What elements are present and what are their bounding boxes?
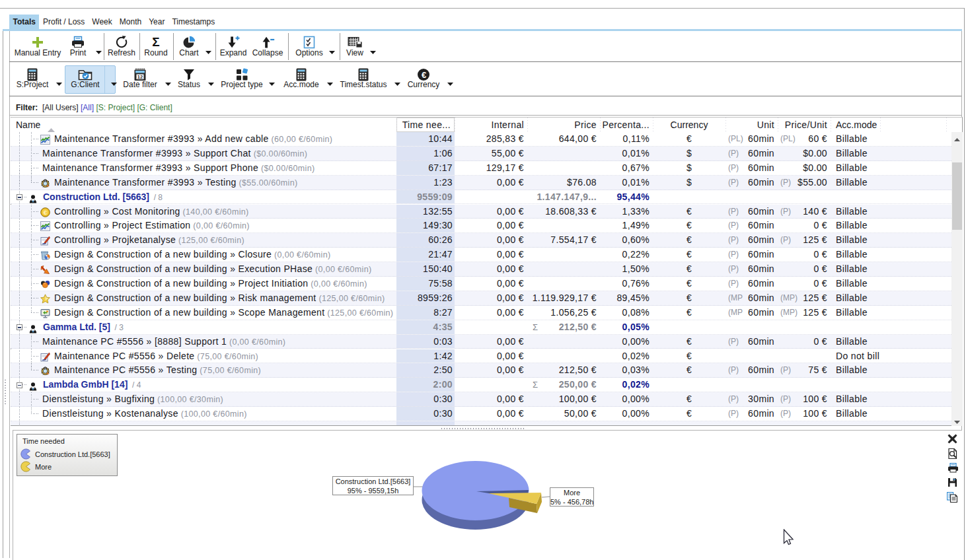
svg-text:12: 12 (137, 74, 143, 80)
svg-text:€: € (422, 70, 426, 80)
svg-text:€: € (44, 209, 48, 216)
